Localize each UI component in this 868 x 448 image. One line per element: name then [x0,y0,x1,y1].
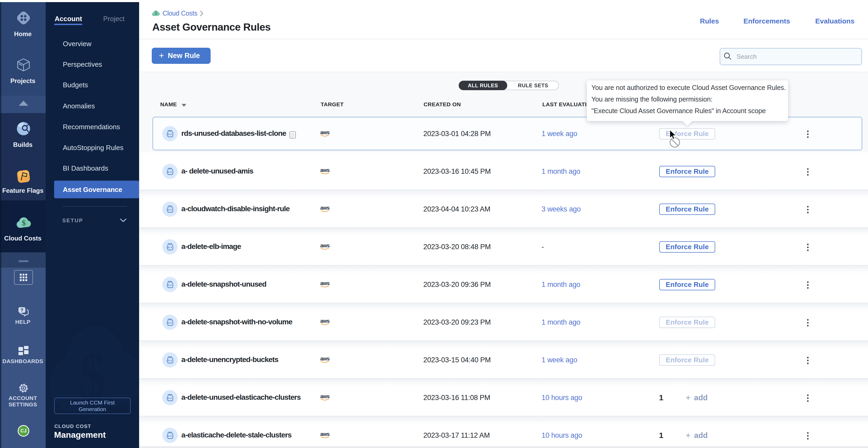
svg-text:?: ? [21,308,23,313]
svg-text:$: $ [155,11,157,15]
svg-text:aws: aws [320,318,330,324]
svg-text:aws: aws [320,432,330,437]
svg-text:$: $ [22,218,26,227]
svg-text:aws: aws [320,356,330,361]
svg-text:aws: aws [320,243,330,248]
svg-text:aws: aws [320,205,330,211]
svg-text:aws: aws [320,167,330,173]
svg-text:aws: aws [320,394,330,399]
svg-text:aws: aws [320,281,330,286]
svg-text:aws: aws [320,130,330,135]
